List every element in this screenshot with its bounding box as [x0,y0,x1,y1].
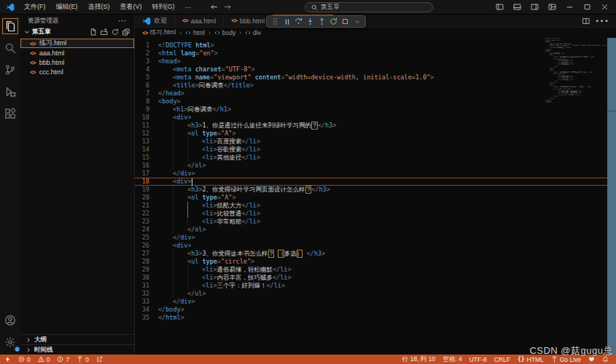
file-item[interactable]: <>练习.html [20,39,134,48]
command-center-search[interactable]: 第五章 [305,2,433,12]
activity-settings[interactable]: 1 [2,334,18,350]
code-line[interactable]: 30<li>内容丰富，技巧贼多</li> [135,274,616,282]
more-actions-icon[interactable]: ··· [119,17,128,25]
code-line[interactable]: 27<h3>3、你觉得这本书怎么样？ （多选） </h3> [135,250,616,258]
code-line[interactable]: 34</body> [135,306,616,314]
code-line[interactable]: 3<head> [135,58,616,66]
code-line[interactable]: 24</ol> [135,226,616,234]
file-item[interactable]: <>bbb.html [20,58,134,67]
code-line[interactable]: 7</head> [135,90,616,98]
step-into-icon[interactable] [305,16,315,27]
code-line[interactable]: 16</ol> [135,162,616,170]
encoding[interactable]: UTF-8 [469,356,487,363]
minimap[interactable]: <!DOCTYPE html> <html lang="en"> <head> … [545,38,607,355]
code-editor[interactable]: 1<!DOCTYPE html>2<html lang="en">3<head>… [135,38,616,355]
code-line[interactable]: 22<li>比较普通</li> [135,210,616,218]
menu-item[interactable]: 转到(G) [147,2,180,12]
layout-panel-icon[interactable] [510,1,524,14]
code-line[interactable]: 18<div> [135,178,616,186]
close-icon[interactable] [597,1,612,14]
more-actions-icon[interactable]: ··· [596,15,609,28]
code-line[interactable]: 26<div> [135,242,616,250]
timeline-panel-header[interactable]: 时间线 [20,344,134,355]
editor-tab[interactable]: <>aaa.html [175,15,224,27]
new-file-icon[interactable] [90,28,97,36]
minimize-icon[interactable] [562,1,577,14]
step-out-icon[interactable] [317,16,327,27]
breadcrumb-item[interactable]: <>练习.html [142,28,176,37]
layout-sidebar-icon[interactable] [492,1,507,14]
code-line[interactable]: 4<meta charset="UTF-8"> [135,66,616,74]
remote-indicator[interactable] [4,356,11,363]
menu-item[interactable]: 文件(F) [19,2,51,12]
step-over-icon[interactable] [294,16,303,27]
refresh-icon[interactable] [112,28,119,36]
cursor-position[interactable]: 行 18, 列 10 [402,355,435,364]
editor-tab[interactable]: 欢迎 [135,15,175,27]
menu-item[interactable]: 查看(V) [115,2,147,12]
folder-section-header[interactable]: 第五章 [20,27,134,37]
ports[interactable]: 0 [77,356,89,363]
layout-sidebar-right-icon[interactable] [527,1,542,14]
scrollbar[interactable] [607,38,616,355]
file-item[interactable]: <>ccc.html [20,67,134,76]
activity-source-control[interactable] [2,62,18,78]
code-line[interactable]: 9<h1>问卷调查</h1> [135,106,616,114]
breadcrumb-item[interactable]: html [185,29,205,36]
activity-run-debug[interactable] [2,84,18,100]
code-line[interactable]: 17</div> [135,170,616,178]
activity-account[interactable] [2,312,18,328]
code-line[interactable]: 35</html> [135,314,616,322]
share[interactable] [96,356,103,363]
code-line[interactable]: 8<body> [135,98,616,106]
indentation[interactable]: 空格: 4 [442,355,461,364]
code-line[interactable]: 31<li>三个字：好到爆！</li> [135,282,616,290]
code-line[interactable]: 20<ol type="A"> [135,194,616,202]
outline-panel-header[interactable]: 大纲 [20,334,134,344]
forward-button[interactable] [224,3,232,11]
drag-handle-icon[interactable] [270,16,280,27]
split-editor-icon[interactable] [582,17,590,25]
maximize-icon[interactable] [580,1,594,14]
code-line[interactable]: 13<li>百度搜索</li> [135,138,616,146]
eol-sequence[interactable]: CRLF [494,356,510,363]
code-line[interactable]: 6<title>问卷调查</title> [135,82,616,90]
code-line[interactable]: 23<li>非常粗糙</li> [135,218,616,226]
menu-item[interactable]: 编辑(E) [51,2,83,12]
problems-info[interactable]: 7 [57,356,69,363]
new-folder-icon[interactable] [101,28,108,36]
menu-item[interactable]: 选择(S) [83,2,115,12]
code-line[interactable]: 19<h3>2、你觉得绿叶学习网页面设计怎么样？</h3> [135,186,616,194]
breadcrumb-item[interactable]: div [245,29,261,36]
breadcrumb-item[interactable]: body [214,29,235,36]
code-line[interactable]: 33</div> [135,298,616,306]
stop-icon[interactable] [340,16,350,27]
problems-warnings[interactable]: 0 [38,356,50,363]
code-line[interactable]: 10<div> [135,114,616,122]
pause-icon[interactable] [282,16,292,27]
code-line[interactable]: 29<li>通俗易懂，轻松幽默</li> [135,266,616,274]
code-line[interactable]: 1<!DOCTYPE html> [135,41,616,50]
code-line[interactable]: 5<meta name="viewport" content="width=de… [135,74,616,82]
code-line[interactable]: 14<li>谷歌搜索</li> [135,146,616,154]
problems-errors[interactable]: 0 [18,356,31,363]
indent-guide [187,154,202,162]
file-item[interactable]: <>aaa.html [20,48,134,58]
layout-customize-icon[interactable] [545,1,559,14]
restart-icon[interactable] [329,16,338,27]
code-line[interactable]: 21<li>炫酷大方</li> [135,202,616,210]
chevron-down-icon[interactable] [352,16,362,27]
code-line[interactable]: 12<ol type="A"> [135,130,616,138]
code-line[interactable]: 2<html lang="en"> [135,50,616,58]
activity-explorer[interactable] [2,18,18,34]
code-line[interactable]: 32</ul> [135,290,616,298]
code-line[interactable]: 15<li>其他途径</li> [135,154,616,162]
code-line[interactable]: 25</div> [135,234,616,242]
code-line[interactable]: 11<h3>1、你是通过什么途径来到绿叶学习网的？</h3> [135,122,616,130]
activity-search[interactable] [2,40,18,56]
menu-item[interactable]: ··· [180,4,197,11]
collapse-all-icon[interactable] [122,28,130,36]
back-button[interactable] [210,3,218,11]
activity-extensions[interactable] [2,106,18,122]
code-line[interactable]: 28<ul type="circle"> [135,258,616,266]
